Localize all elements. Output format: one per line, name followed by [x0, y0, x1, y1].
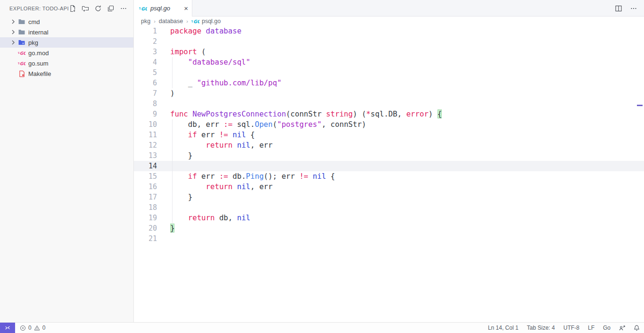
svg-text:GO: GO [193, 19, 199, 24]
line-content: package database [157, 26, 241, 36]
tree-item-pkg[interactable]: pkg [0, 37, 133, 48]
line-content: } [157, 150, 192, 161]
chevron-right-icon [9, 28, 18, 36]
language-mode-status[interactable]: Go [599, 325, 615, 331]
line-number: 13 [134, 150, 157, 161]
svg-text:GO: GO [20, 61, 25, 66]
breadcrumb-separator: › [154, 18, 156, 24]
code-line-7: 7) [134, 88, 644, 99]
code-lines: 1package database23import (4 "database/s… [134, 26, 644, 244]
line-content [157, 99, 170, 109]
breadcrumb-separator: › [186, 18, 188, 24]
line-number: 15 [134, 171, 157, 182]
new-folder-icon[interactable] [82, 5, 89, 12]
folder-icon [18, 28, 25, 36]
indent-guide [172, 140, 173, 150]
code-line-13: 13 } [134, 150, 644, 161]
tab-size-status[interactable]: Tab Size: 4 [523, 325, 559, 331]
code-line-15: 15 if err := db.Ping(); err != nil { [134, 171, 644, 182]
folder-pkg-icon [18, 39, 25, 46]
line-number: 10 [134, 119, 157, 130]
line-number: 2 [134, 36, 157, 47]
tree-item-cmd[interactable]: cmd [0, 17, 133, 27]
line-number: 8 [134, 99, 157, 109]
breadcrumb-item-pkg[interactable]: pkg [141, 18, 150, 25]
go-icon: GO [18, 49, 25, 57]
overview-ruler-cursor-marker [637, 105, 643, 106]
indent-guide [172, 213, 173, 223]
line-number: 17 [134, 192, 157, 202]
editor-actions [615, 0, 637, 17]
line-content: } [157, 223, 174, 233]
eol-status[interactable]: LF [584, 325, 599, 331]
tree-item-label: pkg [28, 39, 38, 46]
go-icon: GO [18, 59, 25, 67]
editor-group: GO psql.go × [134, 0, 644, 322]
code-line-2: 2 [134, 36, 644, 47]
code-line-21: 21 [134, 233, 644, 244]
tree-item-go-sum[interactable]: GOgo.sum [0, 58, 133, 68]
line-number: 19 [134, 213, 157, 223]
encoding-status[interactable]: UTF-8 [559, 325, 584, 331]
tree-item-label: go.mod [28, 50, 49, 57]
more-actions-icon[interactable] [120, 5, 127, 12]
line-content [157, 233, 170, 244]
code-line-1: 1package database [134, 26, 644, 36]
breadcrumb-item-database[interactable]: database [159, 18, 183, 25]
line-content: return nil, err [157, 140, 272, 150]
indent-guide [172, 161, 173, 171]
svg-text:GO: GO [141, 6, 147, 11]
line-content: "database/sql" [157, 57, 250, 67]
remote-indicator[interactable] [0, 323, 15, 333]
cursor-position-status[interactable]: Ln 14, Col 1 [484, 325, 523, 331]
line-content: } [157, 192, 192, 202]
explorer-sidebar: EXPLORER: TODO-API [0, 0, 134, 322]
code-line-8: 8 [134, 99, 644, 109]
line-number: 7 [134, 88, 157, 99]
collapse-folders-icon[interactable] [107, 5, 115, 12]
line-number: 20 [134, 223, 157, 233]
go-file-icon: GO [139, 6, 147, 11]
more-editor-actions-icon[interactable] [630, 5, 637, 12]
line-content [157, 36, 170, 47]
line-number: 5 [134, 67, 157, 78]
line-content: func NewPostgresConnection(connStr strin… [157, 109, 442, 119]
indent-guide [172, 150, 173, 161]
code-line-16: 16 return nil, err [134, 182, 644, 192]
chevron-right-icon [9, 18, 18, 25]
code-editor[interactable]: 1package database23import (4 "database/s… [134, 26, 644, 322]
tree-item-internal[interactable]: internal [0, 27, 133, 37]
breadcrumb-item-psql-go[interactable]: GOpsql.go [191, 18, 221, 25]
code-line-11: 11 if err != nil { [134, 130, 644, 140]
line-content [157, 202, 170, 213]
indent-guide [172, 171, 173, 182]
code-line-3: 3import ( [134, 47, 644, 57]
file-tree: cmdinternalpkgGOgo.modGOgo.sumMakefile [0, 17, 133, 322]
line-number: 18 [134, 202, 157, 213]
live-share-icon[interactable] [615, 323, 629, 333]
tree-item-makefile[interactable]: Makefile [0, 68, 133, 79]
line-content [157, 161, 170, 171]
indent-guide [172, 130, 173, 140]
line-number: 11 [134, 130, 157, 140]
problems-status[interactable]: 0 0 [15, 325, 50, 331]
indent-guide [172, 192, 173, 202]
code-line-10: 10 db, err := sql.Open("postgres", connS… [134, 119, 644, 130]
status-bar-left: 0 0 [0, 323, 50, 333]
tree-item-label: go.sum [28, 60, 49, 67]
split-editor-icon[interactable] [615, 5, 622, 12]
new-file-icon[interactable] [69, 5, 76, 12]
line-number: 1 [134, 26, 157, 36]
tree-item-go-mod[interactable]: GOgo.mod [0, 48, 133, 58]
indent-guide [172, 182, 173, 192]
status-bar-right: Ln 14, Col 1 Tab Size: 4 UTF-8 LF Go [484, 323, 644, 333]
explorer-header: EXPLORER: TODO-API [0, 0, 133, 17]
refresh-icon[interactable] [94, 5, 102, 12]
notifications-bell-icon[interactable] [629, 323, 644, 333]
code-line-9: 9func NewPostgresConnection(connStr stri… [134, 109, 644, 119]
tab-psql-go[interactable]: GO psql.go × [134, 0, 192, 17]
line-content: _ "github.com/lib/pq" [157, 78, 281, 88]
svg-text:GO: GO [20, 51, 25, 56]
line-content: db, err := sql.Open("postgres", connStr) [157, 119, 366, 130]
tab-close-icon[interactable]: × [184, 5, 188, 12]
